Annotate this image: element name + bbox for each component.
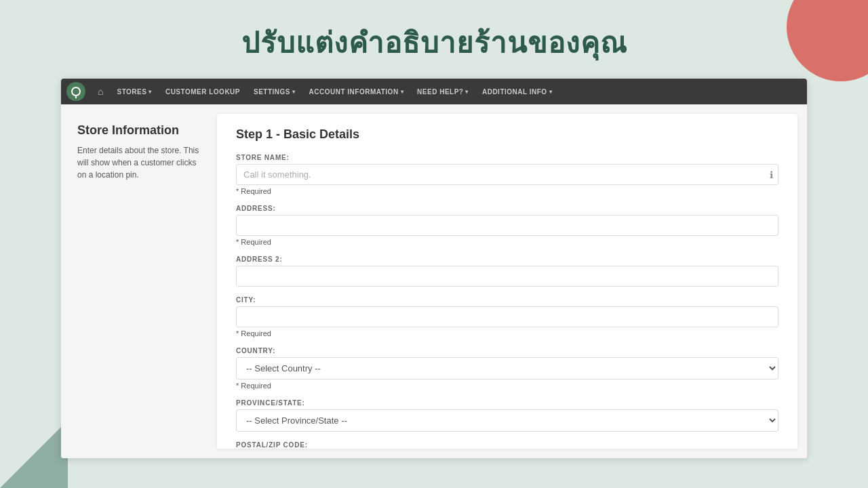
sidebar: Store Information Enter details about th… [61, 104, 217, 458]
province-state-group: Province/State: -- Select Province/State… [236, 399, 778, 432]
form-panel: Step 1 - Basic Details Store Name: ℹ * R… [217, 114, 797, 449]
address2-group: Address 2: [236, 256, 778, 287]
address2-input[interactable] [236, 266, 778, 287]
country-required: * Required [236, 382, 778, 390]
country-group: Country: -- Select Country -- United Sta… [236, 347, 778, 390]
navbar: ⌂ Stores ▾ Customer Lookup Settings ▾ Ac… [61, 79, 807, 104]
info-icon: ℹ [770, 169, 773, 180]
province-state-select[interactable]: -- Select Province/State -- [236, 409, 778, 432]
store-name-wrapper: ℹ [236, 164, 778, 185]
nav-home-button[interactable]: ⌂ [91, 86, 110, 97]
city-input[interactable] [236, 306, 778, 327]
decorative-triangle [0, 420, 68, 488]
sidebar-description: Enter details about the store. This will… [77, 144, 201, 181]
logo-pin-icon [71, 87, 81, 96]
province-state-label: Province/State: [236, 399, 778, 407]
postal-zip-label: Postal/Zip Code: [236, 441, 778, 449]
chevron-down-icon: ▾ [292, 89, 296, 95]
step-title: Step 1 - Basic Details [236, 127, 778, 142]
nav-item-additional-info[interactable]: Additional Info ▾ [475, 79, 559, 104]
store-name-label: Store Name: [236, 154, 778, 161]
chevron-down-icon: ▾ [401, 89, 404, 95]
address-input[interactable] [236, 215, 778, 236]
nav-item-settings[interactable]: Settings ▾ [247, 79, 302, 104]
store-name-input[interactable] [236, 164, 778, 185]
nav-logo[interactable] [66, 82, 85, 101]
address2-label: Address 2: [236, 256, 778, 263]
address-group: Address: * Required [236, 205, 778, 246]
nav-item-need-help[interactable]: Need Help? ▾ [410, 79, 475, 104]
city-label: City: [236, 296, 778, 304]
hero-section: ปรับแต่งคำอธิบายร้านของคุณ [0, 0, 868, 79]
chevron-down-icon: ▾ [149, 89, 152, 95]
sidebar-title: Store Information [77, 123, 201, 138]
country-select[interactable]: -- Select Country -- United States Unite… [236, 357, 778, 380]
browser-container: ⌂ Stores ▾ Customer Lookup Settings ▾ Ac… [61, 79, 807, 458]
hero-title: ปรับแต่งคำอธิบายร้านของคุณ [0, 20, 868, 65]
content-area: Store Information Enter details about th… [61, 104, 807, 458]
nav-item-stores[interactable]: Stores ▾ [110, 79, 158, 104]
chevron-down-icon: ▾ [465, 89, 469, 95]
address-required: * Required [236, 238, 778, 246]
store-name-required: * Required [236, 187, 778, 195]
nav-item-account-information[interactable]: Account Information ▾ [302, 79, 411, 104]
address-label: Address: [236, 205, 778, 212]
country-label: Country: [236, 347, 778, 354]
postal-zip-group: Postal/Zip Code: [236, 441, 778, 449]
logo-pin-tail [75, 95, 77, 98]
city-group: City: * Required [236, 296, 778, 338]
city-required: * Required [236, 329, 778, 338]
chevron-down-icon: ▾ [549, 89, 553, 95]
nav-item-customer-lookup[interactable]: Customer Lookup [159, 79, 247, 104]
store-name-group: Store Name: ℹ * Required [236, 154, 778, 195]
